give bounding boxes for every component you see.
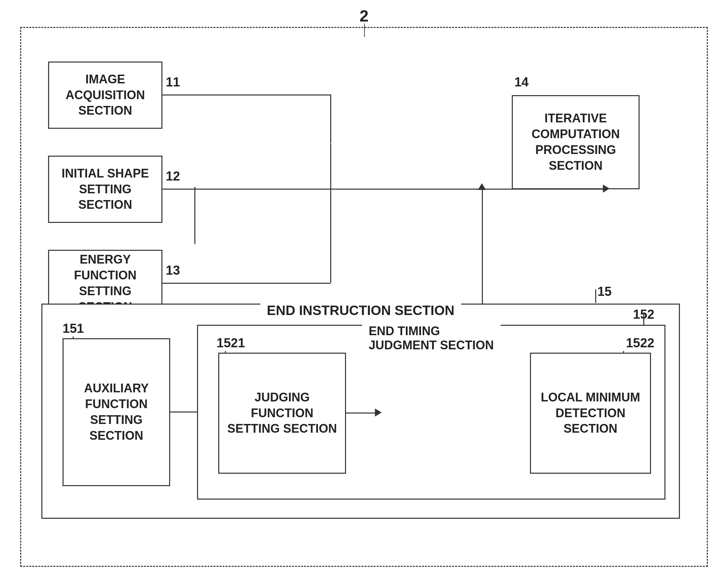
ref-14: 14 — [515, 75, 529, 89]
image-acquisition-block: IMAGEACQUISITIONSECTION — [48, 62, 162, 129]
auxiliary-block: AUXILIARYFUNCTIONSETTING SECTION — [63, 338, 170, 486]
local-minimum-label: LOCAL MINIMUMDETECTIONSECTION — [541, 390, 640, 437]
iterative-block: ITERATIVECOMPUTATIONPROCESSINGSECTION — [512, 95, 639, 189]
end-timing-section: END TIMINGJUDGMENT SECTION 152 1521 JUDG… — [197, 325, 665, 499]
ref-11: 11 — [166, 75, 180, 89]
arrow-to-iterative-h — [330, 189, 606, 190]
arrow-img-acq-v — [330, 94, 331, 143]
arrow-img-acq-h — [162, 94, 331, 95]
top-ref-label: 2 — [359, 7, 369, 25]
ref-12: 12 — [166, 169, 180, 184]
local-minimum-block: LOCAL MINIMUMDETECTIONSECTION — [530, 353, 651, 474]
end-instruction-section: END INSTRUCTION SECTION 15 151 AUXILIARY… — [41, 304, 680, 519]
arrow-energy-v — [330, 189, 331, 283]
ref-152-line — [643, 312, 644, 325]
image-acquisition-label: IMAGEACQUISITIONSECTION — [66, 72, 145, 119]
end-instruction-label: END INSTRUCTION SECTION — [260, 303, 461, 318]
arrow-judging-h — [345, 413, 379, 414]
arrow-energy-h — [162, 283, 331, 284]
initial-shape-block: INITIAL SHAPESETTING SECTION — [48, 156, 162, 223]
ref-151: 151 — [63, 322, 84, 336]
arrow-judging-arrowhead — [375, 408, 382, 417]
arrow-end-instr-arrowhead — [478, 183, 486, 190]
main-diagram-container: 11 IMAGEACQUISITIONSECTION 12 INITIAL SH… — [20, 27, 708, 567]
ref-1521: 1521 — [216, 336, 245, 350]
arrow-initial-v — [330, 144, 331, 189]
iterative-label: ITERATIVECOMPUTATIONPROCESSINGSECTION — [532, 111, 620, 173]
arrow-initial-shape-h — [162, 189, 331, 190]
ref-13: 13 — [166, 263, 180, 278]
arrow-end-instr-v — [482, 189, 483, 307]
connect-v-up — [194, 187, 195, 244]
ref-1522: 1522 — [626, 336, 654, 350]
ref-15-line — [595, 289, 596, 303]
ref-15: 15 — [597, 284, 612, 299]
auxiliary-label: AUXILIARYFUNCTIONSETTING SECTION — [67, 381, 166, 443]
initial-shape-label: INITIAL SHAPESETTING SECTION — [52, 166, 158, 213]
end-timing-label: END TIMINGJUDGMENT SECTION — [362, 324, 500, 352]
judging-function-block: JUDGINGFUNCTIONSETTING SECTION — [218, 353, 346, 474]
judging-function-label: JUDGINGFUNCTIONSETTING SECTION — [227, 390, 337, 437]
